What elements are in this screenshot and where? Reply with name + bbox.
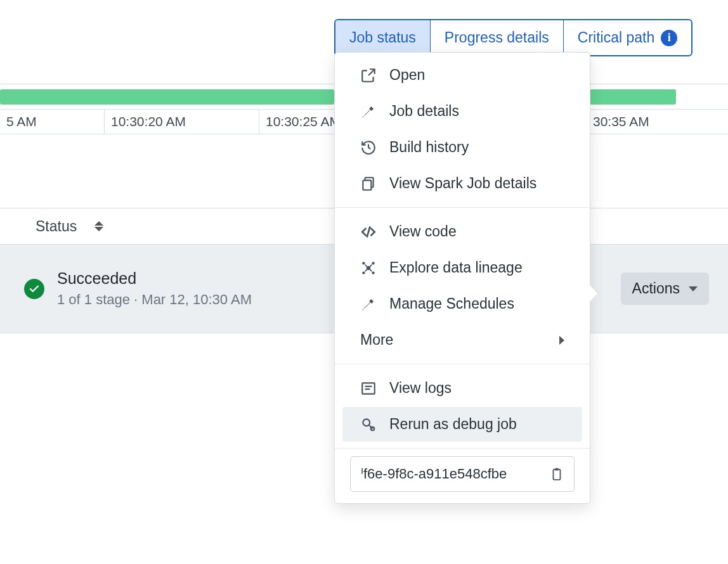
job-id-text: ᴵf6e-9f8c-a911e548cfbe	[361, 466, 541, 482]
actions-menu: Open Job details Build history View Spar…	[334, 52, 590, 504]
timeline-tick: 10:30:20 AM	[104, 110, 186, 134]
svg-point-11	[363, 419, 370, 426]
status-title: Succeeded	[57, 269, 252, 288]
menu-item-label: Job details	[389, 103, 459, 120]
job-id-box[interactable]: ᴵf6e-9f8c-a911e548cfbe	[350, 456, 575, 492]
tick-label: 10:30:20 AM	[111, 114, 186, 129]
menu-item-label: Build history	[389, 139, 469, 156]
success-icon	[24, 279, 44, 299]
menu-item-label: Manage Schedules	[389, 295, 514, 312]
svg-point-6	[362, 271, 365, 274]
svg-point-5	[372, 262, 374, 264]
svg-line-2	[367, 227, 370, 236]
tab-critical-path[interactable]: Critical path i	[564, 20, 691, 55]
tab-job-status[interactable]: Job status	[335, 20, 431, 55]
svg-rect-13	[554, 470, 561, 480]
clipboard-icon[interactable]	[550, 467, 564, 481]
code-icon	[360, 224, 377, 240]
tab-label: Job status	[349, 29, 416, 46]
chevron-right-icon	[559, 336, 564, 345]
tab-label: Critical path	[578, 29, 654, 46]
menu-item-rerun-debug[interactable]: Rerun as debug job	[342, 407, 582, 442]
menu-item-explore-lineage[interactable]: Explore data lineage	[342, 250, 582, 285]
timeline-progress-bar	[0, 89, 334, 105]
menu-item-label: Explore data lineage	[389, 259, 523, 276]
documents-icon	[360, 176, 377, 192]
timeline-tick: 10:30:25 AM	[259, 110, 341, 134]
actions-button[interactable]: Actions	[621, 272, 709, 305]
menu-item-more[interactable]: More	[342, 323, 582, 357]
svg-point-7	[372, 271, 374, 274]
tab-progress-details[interactable]: Progress details	[431, 20, 564, 55]
view-tabs: Job status Progress details Critical pat…	[334, 19, 692, 56]
tick-label: 30:35 AM	[593, 114, 649, 129]
menu-item-view-code[interactable]: View code	[342, 214, 582, 249]
open-icon	[360, 67, 377, 84]
hammer-icon	[360, 103, 377, 120]
menu-item-manage-schedules[interactable]: Manage Schedules	[342, 286, 582, 321]
menu-item-label: Open	[389, 67, 425, 84]
menu-item-label: More	[360, 331, 393, 349]
menu-item-job-details[interactable]: Job details	[342, 94, 582, 129]
menu-divider	[335, 364, 590, 364]
lineage-icon	[360, 260, 377, 276]
status-subtitle: 1 of 1 stage · Mar 12, 10:30 AM	[57, 292, 252, 308]
menu-item-open[interactable]: Open	[342, 58, 582, 93]
menu-item-build-history[interactable]: Build history	[342, 130, 582, 165]
tick-label: 10:30:25 AM	[266, 114, 341, 129]
tab-label: Progress details	[445, 29, 549, 46]
menu-item-label: View code	[389, 223, 457, 240]
menu-item-label: View Spark Job details	[389, 175, 536, 192]
timeline-progress-bar	[590, 89, 676, 105]
menu-item-label: View logs	[389, 380, 452, 397]
menu-item-view-logs[interactable]: View logs	[342, 371, 582, 406]
svg-rect-14	[555, 468, 559, 471]
sort-icon	[94, 221, 103, 231]
debug-icon	[360, 416, 377, 433]
history-icon	[360, 139, 377, 156]
status-text: Succeeded 1 of 1 stage · Mar 12, 10:30 A…	[57, 269, 252, 308]
menu-divider	[335, 448, 590, 449]
logs-icon	[360, 380, 377, 397]
status-header-label: Status	[36, 218, 77, 235]
hammer-icon	[360, 296, 377, 312]
menu-item-view-spark-details[interactable]: View Spark Job details	[342, 166, 582, 201]
svg-point-4	[362, 262, 365, 264]
timeline-tick: 30:35 AM	[586, 110, 649, 134]
actions-label: Actions	[632, 280, 680, 297]
info-icon: i	[661, 30, 677, 46]
tick-label: 5 AM	[6, 114, 37, 129]
timeline-tick: 5 AM	[0, 110, 37, 134]
chevron-down-icon	[689, 286, 698, 292]
menu-divider	[335, 207, 590, 208]
menu-item-label: Rerun as debug job	[389, 416, 517, 433]
svg-rect-1	[363, 180, 371, 189]
